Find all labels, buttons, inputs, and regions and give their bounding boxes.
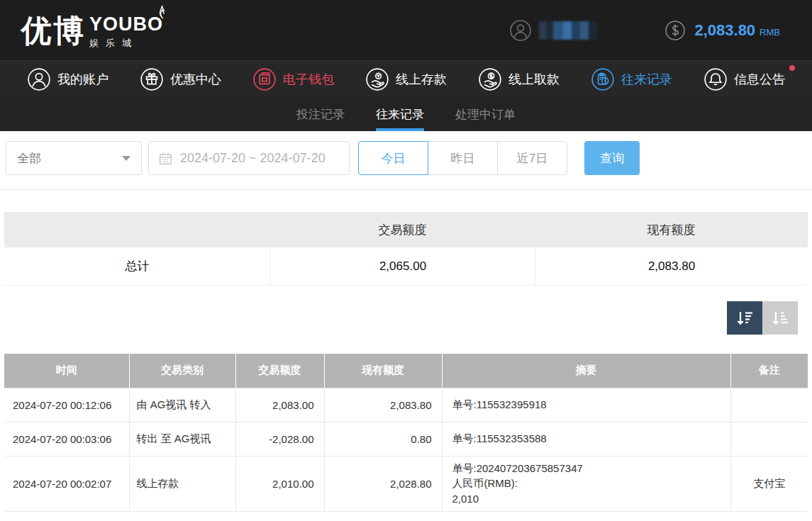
wallet-icon <box>252 67 277 91</box>
logo-en-text: YOUBO <box>89 13 163 35</box>
col-header-remark: 备注 <box>730 354 808 388</box>
nav-item-online-deposit[interactable]: 线上存款 <box>365 67 447 91</box>
filter-bar: 全部 2024-07-20 ~ 2024-07-20 今日 昨日 近7日 查询 <box>6 141 806 175</box>
username-redacted <box>539 21 597 40</box>
cell-time: 2024-07-20 00:12:06 <box>4 388 129 422</box>
user-area: 2,083.80 RMB <box>509 19 780 42</box>
records-table: 时间 交易类别 交易额度 现有额度 摘要 备注 2024-07-20 00:12… <box>4 354 808 512</box>
col-header-type: 交易类别 <box>129 354 235 388</box>
subnav: 投注记录 往来记录 处理中订单 <box>0 97 812 131</box>
cell-amount: 2,010.00 <box>235 456 324 511</box>
cell-balance: 0.80 <box>324 422 442 456</box>
cell-amount: -2,028.00 <box>235 422 324 456</box>
dollar-circle-icon <box>664 20 686 41</box>
records-header-row: 时间 交易类别 交易额度 现有额度 摘要 备注 <box>4 354 808 388</box>
site-logo[interactable]: 优博 YOUBO 娱乐城 <box>21 9 163 52</box>
main-nav: 我的账户 优惠中心 <box>0 60 812 97</box>
quick-btn-today[interactable]: 今日 <box>358 141 428 175</box>
type-select-value: 全部 <box>17 150 41 167</box>
col-header-time: 时间 <box>4 354 129 388</box>
quick-btn-last7days[interactable]: 近7日 <box>497 141 567 175</box>
summary-header-empty <box>4 212 270 247</box>
sort-descending-icon <box>735 308 755 328</box>
summary-table-header: 交易额度 现有额度 <box>4 212 808 247</box>
summary-table-row: 总计 2,065.00 2,083.80 <box>4 247 808 286</box>
sort-ascending-button[interactable] <box>762 301 798 335</box>
search-button[interactable]: 查询 <box>584 141 640 175</box>
nav-item-online-withdraw[interactable]: 线上取款 <box>478 67 560 91</box>
gift-icon <box>140 67 164 91</box>
logo-cn-text: 优博 <box>21 9 85 52</box>
logo-right: YOUBO 娱乐城 <box>89 13 163 50</box>
sort-controls <box>0 301 798 335</box>
deposit-icon <box>365 67 389 91</box>
quick-range-group: 今日 昨日 近7日 <box>358 141 567 175</box>
section-divider <box>0 189 812 190</box>
date-range-input[interactable]: 2024-07-20 ~ 2024-07-20 <box>148 141 350 175</box>
date-range-value: 2024-07-20 ~ 2024-07-20 <box>180 151 326 166</box>
topbar: 优博 YOUBO 娱乐城 <box>0 0 812 60</box>
col-header-balance: 现有额度 <box>324 354 442 388</box>
col-header-summary: 摘要 <box>442 354 730 388</box>
nav-item-e-wallet[interactable]: 电子钱包 <box>252 67 334 91</box>
summary-header-balance: 现有额度 <box>535 212 808 247</box>
avatar[interactable] <box>509 19 532 42</box>
balance[interactable]: 2,083.80 RMB <box>664 20 780 41</box>
chevron-down-icon <box>122 156 130 161</box>
cell-balance: 2,028.80 <box>324 456 442 511</box>
cell-time: 2024-07-20 00:02:07 <box>4 456 129 511</box>
nav-item-promotions[interactable]: 优惠中心 <box>140 67 221 91</box>
cell-summary: 单号:115532395918 <box>442 388 730 422</box>
user-icon <box>27 67 51 91</box>
calendar-icon <box>158 151 173 166</box>
table-row: 2024-07-20 00:12:06 由 AG视讯 转入 2,083.00 2… <box>4 388 808 422</box>
cell-type: 由 AG视讯 转入 <box>129 388 235 422</box>
tab-transaction-records[interactable]: 往来记录 <box>376 97 424 131</box>
table-row: 2024-07-20 00:02:07 线上存款 2,010.00 2,028.… <box>4 456 808 511</box>
balance-amount: 2,083.80 <box>694 21 755 40</box>
summary-header-trade-amount: 交易额度 <box>270 212 535 247</box>
nav-item-announcements[interactable]: 信息公告 <box>703 67 785 91</box>
cell-amount: 2,083.00 <box>235 388 324 422</box>
cell-remark: 支付宝 <box>730 456 808 511</box>
cell-summary: 单号:115532353588 <box>442 422 730 456</box>
cell-time: 2024-07-20 00:03:06 <box>4 422 129 456</box>
nav-item-my-account[interactable]: 我的账户 <box>27 67 109 91</box>
records-icon <box>591 67 615 91</box>
cell-type: 线上存款 <box>129 456 235 511</box>
type-select[interactable]: 全部 <box>6 141 142 175</box>
notification-dot <box>789 65 795 71</box>
table-row: 2024-07-20 00:03:06 转出 至 AG视讯 -2,028.00 … <box>4 422 808 456</box>
summary-balance-value: 2,083.80 <box>535 247 808 285</box>
sort-descending-button[interactable] <box>727 301 762 335</box>
cell-summary: 单号:202407203675857347 人民币(RMB): 2,010 <box>442 456 730 511</box>
page: 优博 YOUBO 娱乐城 <box>0 0 812 521</box>
cell-remark <box>730 388 808 422</box>
cell-type: 转出 至 AG视讯 <box>129 422 235 456</box>
cell-remark <box>730 422 808 456</box>
summary-table: 交易额度 现有额度 总计 2,065.00 2,083.80 <box>4 212 808 286</box>
flame-icon <box>155 5 166 19</box>
cell-balance: 2,083.80 <box>324 388 442 422</box>
tab-betting-records[interactable]: 投注记录 <box>296 97 345 131</box>
summary-trade-amount-value: 2,065.00 <box>270 247 535 285</box>
withdraw-icon <box>478 67 502 91</box>
col-header-amount: 交易额度 <box>235 354 324 388</box>
logo-sub-text: 娱乐城 <box>89 37 163 50</box>
nav-item-transaction-records[interactable]: 往来记录 <box>591 67 672 91</box>
summary-total-label: 总计 <box>4 247 270 285</box>
sort-ascending-icon <box>770 308 790 328</box>
tab-processing-orders[interactable]: 处理中订单 <box>455 97 516 131</box>
balance-currency: RMB <box>760 27 780 38</box>
quick-btn-yesterday[interactable]: 昨日 <box>428 141 498 175</box>
bell-icon <box>703 67 728 91</box>
